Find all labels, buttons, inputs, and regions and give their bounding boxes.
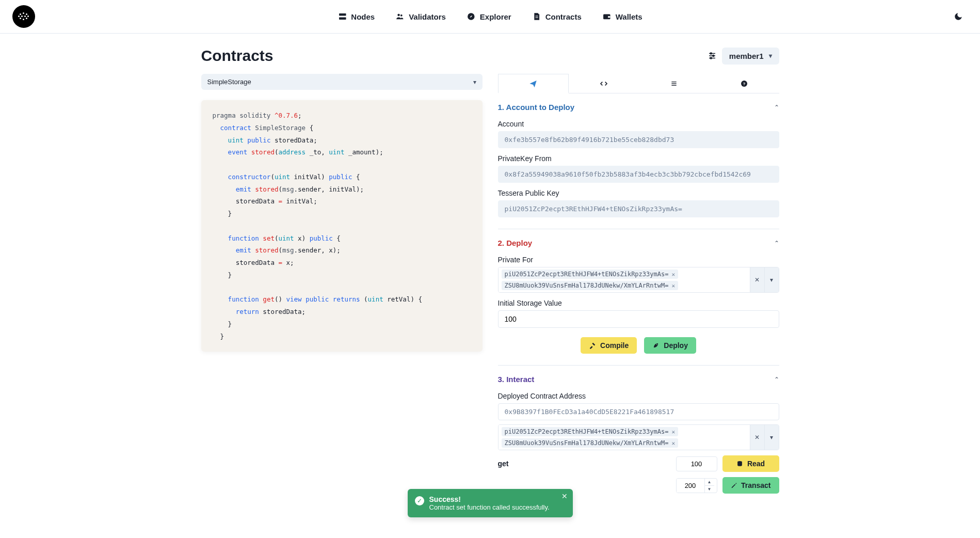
interact-multiselect[interactable]: piU2051ZcP2ecpt3REthHJFW4+tENOsZikRpz33y… [498, 424, 779, 450]
section-header-interact[interactable]: 3. Interact ⌃ [498, 373, 779, 386]
section-title: 2. Deploy [498, 239, 533, 247]
tag: piU2051ZcP2ecpt3REthHJFW4+tENOsZikRpz33y… [502, 270, 679, 279]
nav-item-validators[interactable]: Validators [395, 12, 446, 21]
read-label: Read [747, 460, 765, 468]
tag-remove-icon[interactable]: ✕ [671, 271, 675, 278]
nav-item-nodes[interactable]: Nodes [338, 12, 375, 21]
deployed-address-label: Deployed Contract Address [498, 392, 779, 400]
tag-remove-icon[interactable]: ✕ [671, 282, 675, 289]
tag: piU2051ZcP2ecpt3REthHJFW4+tENOsZikRpz33y… [502, 427, 679, 436]
set-value-input[interactable] [677, 479, 704, 493]
svg-point-21 [656, 344, 657, 345]
pencil-icon [731, 482, 737, 489]
sliders-icon [708, 51, 717, 60]
rocket-icon [652, 342, 660, 349]
privkey-input[interactable] [498, 166, 779, 183]
privkey-label: PrivateKey From [498, 154, 779, 163]
hammer-icon [589, 342, 596, 349]
chevron-up-icon: ⌃ [774, 376, 779, 383]
tag: ZSU8mUuok39VuSnsFmHal178JdUNekw/XmYLArRn… [502, 281, 679, 290]
wallet-icon [602, 12, 612, 21]
svg-point-14 [713, 55, 714, 57]
tab-deploy[interactable] [498, 74, 569, 93]
source-code-viewer: pragma solidity ^0.7.6; contract SimpleS… [201, 100, 483, 352]
moon-icon [954, 12, 963, 21]
tessera-label: Tessera Public Key [498, 189, 779, 197]
section-title: 3. Interact [498, 375, 535, 384]
transact-label: Transact [741, 481, 771, 489]
code-icon [600, 80, 608, 88]
compass-icon [467, 12, 476, 21]
check-circle-icon: ✓ [415, 496, 424, 505]
toast-close-button[interactable]: ✕ [561, 492, 568, 500]
deploy-label: Deploy [664, 341, 688, 350]
privatefor-multiselect[interactable]: piU2051ZcP2ecpt3REthHJFW4+tENOsZikRpz33y… [498, 267, 779, 293]
get-function-label: get [498, 460, 509, 468]
nav-item-contracts[interactable]: Contracts [532, 12, 582, 21]
tag-remove-icon[interactable]: ✕ [671, 440, 675, 447]
get-value-display [676, 456, 717, 471]
nav-item-explorer[interactable]: Explorer [467, 12, 511, 21]
transact-button[interactable]: Transact [722, 477, 779, 494]
toast-title: Success! [429, 495, 550, 503]
multiselect-toggle-button[interactable]: ▾ [764, 267, 779, 292]
settings-sliders-button[interactable] [708, 51, 717, 60]
account-label: Account [498, 120, 779, 128]
set-value-stepper[interactable]: ▲ ▼ [676, 478, 717, 493]
tab-help[interactable]: ? [709, 74, 779, 93]
multiselect-toggle-button[interactable]: ▾ [764, 425, 779, 450]
nav-item-wallets[interactable]: Wallets [602, 12, 642, 21]
topbar: Nodes Validators Explorer Contracts Wall… [0, 0, 980, 34]
svg-point-2 [398, 14, 400, 17]
nav-label: Nodes [351, 12, 375, 21]
section-header-account[interactable]: 1. Account to Deploy ⌃ [498, 101, 779, 114]
tag-remove-icon[interactable]: ✕ [671, 429, 675, 435]
nav-label: Validators [409, 12, 446, 21]
chevron-down-icon: ▾ [473, 78, 476, 86]
svg-point-13 [710, 53, 712, 54]
initialvalue-input[interactable] [498, 310, 779, 328]
tab-code[interactable] [569, 74, 639, 93]
stepper-up-icon[interactable]: ▲ [705, 479, 714, 486]
initialvalue-label: Initial Storage Value [498, 299, 779, 307]
contract-select[interactable]: SimpleStorage ▾ [201, 74, 483, 90]
tag: ZSU8mUuok39VuSnsFmHal178JdUNekw/XmYLArRn… [502, 438, 679, 448]
multiselect-clear-button[interactable]: ✕ [750, 267, 764, 292]
svg-rect-0 [339, 13, 346, 16]
chevron-down-icon: ▾ [769, 52, 772, 59]
read-button[interactable]: Read [722, 455, 779, 472]
toast-body: Contract set function called successfull… [429, 503, 550, 511]
tessera-input[interactable] [498, 200, 779, 217]
database-icon [736, 461, 743, 467]
tab-list[interactable] [639, 74, 709, 93]
svg-text:?: ? [743, 81, 745, 86]
member-select-value: member1 [729, 52, 764, 60]
compile-label: Compile [600, 341, 629, 350]
compile-button[interactable]: Compile [581, 337, 637, 354]
theme-toggle-button[interactable] [949, 7, 968, 26]
nav-label: Contracts [545, 12, 582, 21]
main-nav: Nodes Validators Explorer Contracts Wall… [338, 12, 642, 21]
svg-point-3 [400, 14, 403, 17]
section-header-deploy[interactable]: 2. Deploy ⌃ [498, 236, 779, 249]
member-select[interactable]: member1 ▾ [722, 48, 779, 65]
svg-point-15 [710, 57, 712, 59]
stepper-down-icon[interactable]: ▼ [705, 486, 714, 493]
nav-label: Wallets [616, 12, 642, 21]
app-logo [12, 5, 35, 28]
svg-rect-9 [608, 16, 611, 18]
paper-plane-icon [529, 80, 537, 88]
help-icon: ? [740, 80, 748, 88]
file-icon [532, 12, 541, 21]
svg-rect-6 [535, 16, 538, 17]
deploy-button[interactable]: Deploy [644, 337, 696, 354]
server-icon [338, 12, 347, 21]
contract-select-value: SimpleStorage [207, 78, 251, 86]
account-input[interactable] [498, 131, 779, 148]
multiselect-clear-button[interactable]: ✕ [750, 425, 764, 450]
deployed-address-input[interactable] [498, 403, 779, 420]
users-icon [395, 12, 405, 21]
svg-rect-1 [339, 18, 346, 20]
list-icon [670, 80, 678, 88]
section-title: 1. Account to Deploy [498, 103, 575, 112]
